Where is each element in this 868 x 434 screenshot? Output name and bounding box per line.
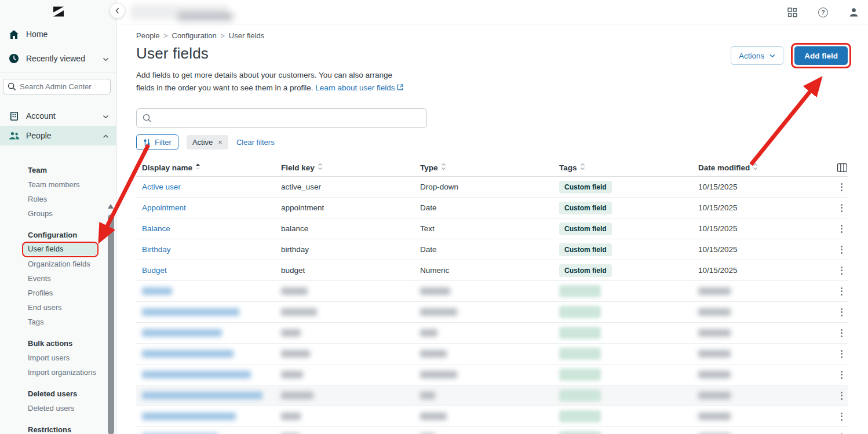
column-label: Type <box>420 163 438 172</box>
admin-center-search-input[interactable] <box>3 79 111 94</box>
row-menu-kebab-icon[interactable] <box>841 204 848 212</box>
clear-filters-link[interactable]: Clear filters <box>236 138 275 147</box>
add-field-button[interactable]: Add field <box>794 46 848 65</box>
redacted-field-key <box>281 350 420 358</box>
breadcrumb-item[interactable]: People <box>136 31 159 40</box>
help-icon[interactable]: ? <box>818 8 828 17</box>
table-body: Active useractive_userDrop-downCustom fi… <box>136 177 848 434</box>
row-menu-kebab-icon[interactable] <box>841 183 848 191</box>
main-area: ? People>Configuration>User fields User … <box>116 0 868 434</box>
redacted-field-key <box>281 287 420 295</box>
collapse-sidebar-button[interactable] <box>110 3 125 19</box>
custom-field-badge: Custom field <box>559 243 612 256</box>
row-menu-kebab-icon[interactable] <box>841 329 848 337</box>
redacted-display-name-blob <box>142 287 172 295</box>
row-menu-kebab-icon[interactable] <box>841 267 848 275</box>
user-avatar-icon[interactable] <box>849 8 859 17</box>
column-picker-icon[interactable] <box>837 163 849 172</box>
close-icon[interactable]: × <box>218 138 223 146</box>
redacted-date <box>698 350 837 358</box>
apps-grid-icon[interactable] <box>787 8 797 17</box>
redacted-badge-blob <box>559 431 601 434</box>
row-menu-kebab-icon[interactable] <box>841 308 848 316</box>
sidebar-item-events[interactable]: Events <box>28 271 116 286</box>
scrollbar-up-arrow[interactable] <box>108 204 114 209</box>
sidebar-item-roles[interactable]: Roles <box>28 192 116 206</box>
redacted-field-key-blob <box>281 329 301 337</box>
redacted-badge-blob <box>559 348 601 360</box>
table-row: BalancebalanceTextCustom field10/15/2025 <box>136 218 848 239</box>
field-link[interactable]: Birthday <box>142 245 171 254</box>
breadcrumb-item[interactable]: Configuration <box>172 31 217 40</box>
sidebar-item-label: Recently viewed <box>26 54 96 63</box>
sidebar-item-organization-fields[interactable]: Organization fields <box>28 257 116 271</box>
column-label: Field key <box>281 163 315 172</box>
row-menu-kebab-icon[interactable] <box>841 246 848 254</box>
cell-display-name: Birthday <box>142 245 281 254</box>
sidebar-item-recently-viewed[interactable]: Recently viewed <box>0 49 116 68</box>
row-menu-kebab-icon[interactable] <box>841 413 848 421</box>
redacted-type-blob <box>420 413 447 420</box>
sidebar-item-account[interactable]: Account <box>0 106 116 126</box>
redacted-date <box>698 392 837 399</box>
field-link[interactable]: Appointment <box>142 203 186 212</box>
redacted-display-name-blob <box>142 371 251 378</box>
cell-tags: Custom field <box>559 181 698 194</box>
external-link-icon <box>397 84 403 90</box>
sort-icon <box>753 163 758 172</box>
field-link[interactable]: Balance <box>142 224 170 233</box>
redacted-date <box>698 287 837 295</box>
filter-button[interactable]: Filter <box>136 134 178 150</box>
row-menu-kebab-icon[interactable] <box>841 371 848 379</box>
cell-tags: Custom field <box>559 223 698 235</box>
field-link[interactable]: Budget <box>142 266 167 275</box>
scrollbar-thumb[interactable] <box>108 214 114 434</box>
column-header-field-key[interactable]: Field key <box>281 163 420 172</box>
row-menu-kebab-icon[interactable] <box>841 392 848 400</box>
sidebar-item-team-members[interactable]: Team members <box>28 177 116 192</box>
field-link[interactable]: Active user <box>142 183 181 191</box>
sidebar-item-groups[interactable]: Groups <box>28 206 116 221</box>
redacted-field-key-blob <box>281 413 301 420</box>
active-filter-chip[interactable]: Active × <box>187 135 228 149</box>
redacted-tags <box>559 369 698 381</box>
cell-display-name: Balance <box>142 224 281 233</box>
redacted-badge-blob <box>559 327 601 339</box>
page-description: Add fields to get more details about you… <box>136 69 404 94</box>
sidebar-item-people[interactable]: People <box>0 126 116 145</box>
row-menu-kebab-icon[interactable] <box>841 350 848 358</box>
sidebar-item-user-fields[interactable]: User fields <box>23 243 97 256</box>
sidebar-item-import-organizations[interactable]: Import organizations <box>28 365 116 380</box>
people-icon <box>8 132 20 140</box>
column-header-tags[interactable]: Tags <box>559 163 698 172</box>
sidebar-item-deleted-users[interactable]: Deleted users <box>28 401 116 415</box>
sidebar-item-profiles[interactable]: Profiles <box>28 286 116 300</box>
learn-about-user-fields-link[interactable]: Learn about user fields <box>315 83 403 92</box>
column-header-type[interactable]: Type <box>420 163 559 172</box>
actions-button[interactable]: Actions <box>731 46 783 65</box>
redacted-badge-blob <box>559 369 601 381</box>
redacted-type-blob <box>420 392 435 399</box>
redacted-tags <box>559 327 698 339</box>
table-row-redacted <box>136 427 848 434</box>
annotation-ring-user-fields <box>22 242 99 257</box>
cell-type: Date <box>420 203 559 212</box>
sidebar-item-home[interactable]: Home <box>0 24 116 44</box>
cell-tags: Custom field <box>559 243 698 256</box>
column-header-display-name[interactable]: Display name <box>142 163 281 172</box>
row-menu-kebab-icon[interactable] <box>841 225 848 233</box>
custom-field-badge: Custom field <box>559 181 612 194</box>
row-menu-kebab-icon[interactable] <box>841 287 848 296</box>
fields-search-input[interactable] <box>136 108 427 128</box>
redacted-type-blob <box>420 350 447 358</box>
sidebar-item-tags[interactable]: Tags <box>28 315 116 329</box>
sidebar-item-import-users[interactable]: Import users <box>28 351 116 365</box>
sidebar-item-end-users[interactable]: End users <box>28 300 116 315</box>
redacted-display-name <box>142 350 281 358</box>
table-row: BudgetbudgetNumericCustom field10/15/202… <box>136 260 848 281</box>
topbar: ? <box>116 0 868 24</box>
redacted-badge-blob <box>559 285 601 297</box>
chevron-down-icon <box>769 54 775 58</box>
column-header-date-modified[interactable]: Date modified <box>698 163 837 172</box>
table-row-redacted <box>136 323 848 344</box>
